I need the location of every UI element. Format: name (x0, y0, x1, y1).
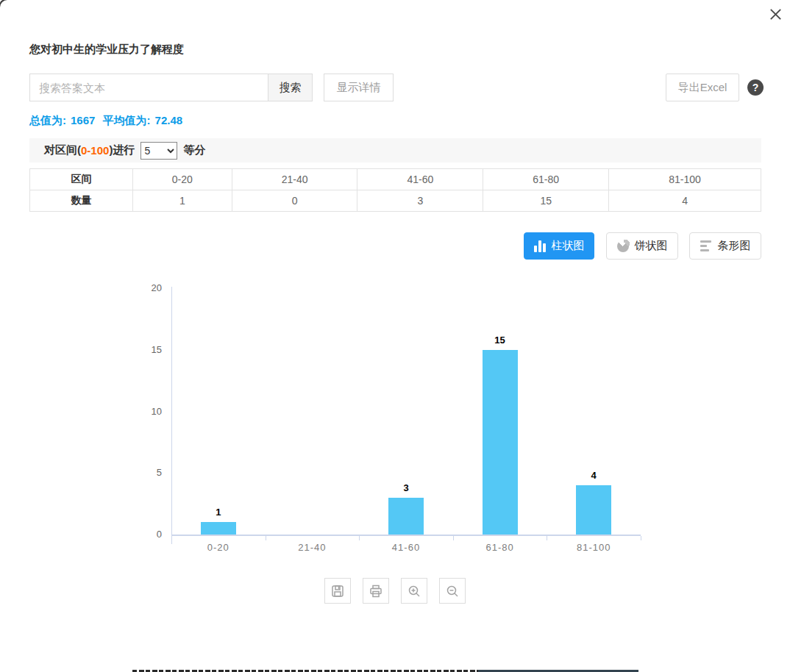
total-value: 1667 (71, 114, 95, 126)
x-axis-category-label: 21-40 (266, 542, 360, 553)
modal-rounded-corner (0, 0, 9, 9)
count-row-header: 数量 (30, 190, 133, 212)
column-chart-icon (534, 240, 546, 252)
save-chart-button[interactable] (324, 578, 351, 604)
x-axis-category-label: 81-100 (547, 542, 641, 553)
x-axis-tick (547, 536, 547, 540)
histogram-bar[interactable] (576, 485, 611, 535)
stats-line: 总值为:1667 平均值为:72.48 (29, 114, 187, 128)
zoom-in-icon (407, 584, 421, 598)
bar-value-label: 4 (572, 470, 616, 481)
bar-value-label: 3 (384, 482, 428, 493)
count-cell: 4 (609, 190, 761, 212)
x-axis-category-label: 41-60 (359, 542, 453, 553)
range-cell: 21-40 (232, 169, 357, 190)
export-excel-button[interactable]: 导出Excel (666, 74, 739, 101)
table-row: 区间0-2021-4041-6061-8081-100 (30, 169, 761, 190)
bar-chart-tab-label: 柱状图 (552, 239, 585, 253)
y-axis-line (171, 287, 172, 544)
y-axis-tick-label: 15 (138, 344, 162, 355)
x-axis-tick (453, 536, 454, 540)
hbar-chart-tab[interactable]: 条形图 (689, 232, 761, 260)
range-row-header: 区间 (30, 169, 133, 190)
x-axis-tick (641, 536, 641, 540)
y-axis-tick-label: 20 (138, 282, 162, 293)
search-input[interactable] (29, 74, 268, 101)
x-axis-tick (266, 536, 266, 540)
bar-chart-tab[interactable]: 柱状图 (524, 232, 594, 260)
x-axis-tick (171, 536, 172, 540)
close-x-glyph (769, 7, 783, 21)
interval-range: 0-100 (81, 144, 109, 157)
print-icon (369, 584, 383, 598)
x-axis-category-label: 61-80 (453, 542, 547, 553)
help-icon[interactable]: ? (747, 79, 764, 96)
show-detail-button[interactable]: 显示详情 (324, 74, 394, 101)
y-axis-tick-label: 10 (138, 406, 162, 417)
search-button[interactable]: 搜索 (268, 74, 313, 101)
table-row: 数量103154 (30, 190, 761, 212)
range-cell: 41-60 (357, 169, 483, 190)
zoom-out-button[interactable] (439, 578, 466, 604)
range-cell: 0-20 (133, 169, 232, 190)
interval-suffix: 等分 (183, 143, 205, 157)
count-cell: 15 (483, 190, 609, 212)
histogram-bar[interactable] (388, 498, 424, 535)
range-cell: 81-100 (609, 169, 761, 190)
count-cell: 3 (357, 190, 483, 212)
zoom-out-icon (445, 584, 460, 598)
print-chart-button[interactable] (363, 578, 389, 604)
pie-chart-icon (617, 240, 629, 252)
zoom-in-button[interactable] (401, 578, 427, 604)
histogram-bar[interactable] (483, 350, 518, 535)
count-cell: 0 (232, 190, 357, 212)
y-axis-tick-label: 5 (138, 467, 162, 478)
interval-prefix: 对区间( (44, 143, 81, 157)
histogram-bar[interactable] (201, 522, 236, 535)
bar-value-label: 1 (196, 507, 241, 518)
pie-chart-tab[interactable]: 饼状图 (606, 232, 678, 260)
question-title: 您对初中生的学业压力了解程度 (29, 43, 184, 57)
bar-value-label: 15 (478, 335, 522, 346)
average-label: 平均值为: (103, 114, 151, 126)
x-axis-tick (359, 536, 360, 540)
count-cell: 1 (133, 190, 232, 212)
x-axis-line (171, 535, 641, 536)
distribution-table: 区间0-2021-4041-6061-8081-100数量103154 (29, 168, 761, 212)
range-cell: 61-80 (483, 169, 609, 190)
y-axis-tick-label: 0 (138, 529, 162, 540)
interval-count-select[interactable]: 5 (140, 142, 177, 160)
x-axis-category-label: 0-20 (171, 542, 266, 553)
save-icon (330, 584, 345, 598)
interval-control: 对区间(0-100)进行 5 等分 (29, 138, 761, 162)
total-label: 总值为: (29, 114, 66, 126)
pie-chart-tab-label: 饼状图 (635, 239, 668, 253)
average-value: 72.48 (155, 114, 183, 126)
hbar-chart-icon (700, 240, 712, 251)
interval-mid: )进行 (109, 143, 135, 157)
close-icon[interactable] (766, 5, 784, 23)
hbar-chart-tab-label: 条形图 (718, 239, 751, 253)
